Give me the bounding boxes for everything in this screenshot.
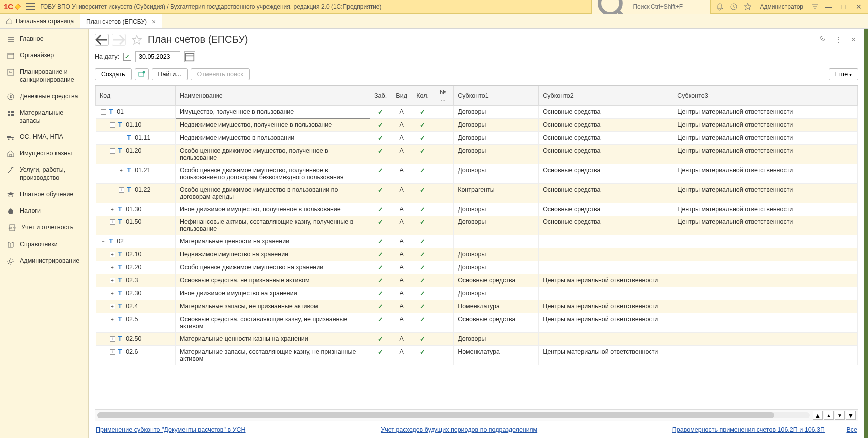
sidebar-item-0[interactable]: Главное xyxy=(0,31,88,47)
sidebar-item-11[interactable]: Справочники xyxy=(0,236,88,253)
link-icon[interactable] xyxy=(816,33,828,46)
bottom-link-left[interactable]: Применение субконто "Документы расчетов"… xyxy=(96,426,246,433)
account-vid: А xyxy=(391,333,412,346)
minimize-button[interactable]: — xyxy=(823,1,834,12)
more-dots-icon[interactable]: ⋮ xyxy=(833,34,844,45)
sidebar-item-7[interactable]: Услуги, работы, производство xyxy=(0,162,88,186)
tree-toggle-icon[interactable] xyxy=(110,291,115,296)
table-row[interactable]: Т02Материальные ценности на хранении✓А✓ xyxy=(96,235,858,248)
sidebar-item-2[interactable]: Планирование и санкционирование xyxy=(0,64,88,88)
plan-icon xyxy=(7,68,15,76)
find-button[interactable]: Найти... xyxy=(152,68,188,80)
current-user[interactable]: Администратор xyxy=(760,3,803,10)
col-vid[interactable]: Вид xyxy=(391,86,412,106)
tab-plan-schetov[interactable]: План счетов (ЕПСБУ) × xyxy=(80,14,162,28)
col-name[interactable]: Наименование xyxy=(176,86,370,106)
sidebar-item-4[interactable]: Материальные запасы xyxy=(0,105,88,129)
bell-icon[interactable] xyxy=(716,3,724,11)
col-zab[interactable]: Заб. xyxy=(370,86,391,106)
table-row[interactable]: Т02.3Основные средства, не признанные ак… xyxy=(96,274,858,287)
sidebar-item-10[interactable]: Дт КтУчет и отчетность xyxy=(3,220,85,235)
maximize-button[interactable]: □ xyxy=(838,1,849,12)
table-row[interactable]: Т02.10Недвижимое имущество на хранении✓А… xyxy=(96,248,858,261)
table-nav-bottom[interactable]: ▼̲ xyxy=(846,411,856,420)
horizontal-scrollbar[interactable] xyxy=(97,412,810,418)
sidebar-item-3[interactable]: ₽Денежные средства xyxy=(0,88,88,105)
table-row[interactable]: Т01Имущество, полученное в пользование✓А… xyxy=(96,106,858,119)
more-button[interactable]: Еще xyxy=(829,68,858,80)
create-group-button[interactable] xyxy=(135,68,149,80)
table-row[interactable]: Т02.20Особо ценное движимое имущество на… xyxy=(96,261,858,274)
settings-lines-icon[interactable] xyxy=(811,3,819,11)
cancel-search-button[interactable]: Отменить поиск xyxy=(191,68,250,80)
favorite-star-icon[interactable] xyxy=(132,35,142,45)
tree-toggle-icon[interactable] xyxy=(101,239,106,244)
close-page-icon[interactable]: ✕ xyxy=(849,34,858,45)
tree-toggle-icon[interactable] xyxy=(119,187,124,193)
table-nav-top[interactable]: ▲̄ xyxy=(813,411,823,420)
table-row[interactable]: Т01.50Нефинансовые активы, составляющие … xyxy=(96,216,858,235)
subconto1: Договоры xyxy=(454,203,539,216)
table-row[interactable]: Т02.5Основные средства, составляющие каз… xyxy=(96,313,858,333)
table-row[interactable]: Т01.10Недвижимое имущество, полученное в… xyxy=(96,119,858,132)
col-num[interactable]: № ... xyxy=(433,86,454,106)
tab-home[interactable]: Начальная страница xyxy=(0,14,80,28)
tree-toggle-icon[interactable] xyxy=(110,349,115,355)
table-row[interactable]: Т01.22Особо ценное движимое имущество в … xyxy=(96,184,858,203)
close-button[interactable]: ✕ xyxy=(853,1,864,12)
bottom-link-center[interactable]: Учет расходов будущих периодов по подраз… xyxy=(381,426,537,433)
date-calendar-button[interactable] xyxy=(184,51,195,62)
nav-forward-button[interactable] xyxy=(112,34,126,46)
tree-toggle-icon[interactable] xyxy=(110,207,115,212)
star-favorites-icon[interactable] xyxy=(744,3,752,11)
col-sub2[interactable]: Субконто2 xyxy=(539,86,673,106)
col-sub1[interactable]: Субконто1 xyxy=(454,86,539,106)
history-icon[interactable] xyxy=(730,3,738,11)
sidebar-item-12[interactable]: Администрирование xyxy=(0,253,88,269)
table-nav-down[interactable]: ▼ xyxy=(835,411,845,420)
table-row[interactable]: Т02.6Материальные запасы, составляющие к… xyxy=(96,346,858,365)
col-sub3[interactable]: Субконто3 xyxy=(673,86,858,106)
account-name: Иное движимое имущество, полученное в по… xyxy=(176,203,370,216)
table-row[interactable]: Т02.30Иное движимое имущество на хранени… xyxy=(96,287,858,300)
sidebar-item-8[interactable]: Платное обучение xyxy=(0,186,88,203)
table-row[interactable]: Т01.30Иное движимое имущество, полученно… xyxy=(96,203,858,216)
table-row[interactable]: Т02.4Материальные запасы, не признанные … xyxy=(96,300,858,313)
table-row[interactable]: +Т01.11Недвижимое имущество в пользовани… xyxy=(96,132,858,145)
tree-toggle-icon[interactable] xyxy=(110,265,115,270)
subconto2: Основные средства xyxy=(539,164,673,184)
sidebar-item-6[interactable]: Имущество казны xyxy=(0,145,88,162)
sidebar-item-5[interactable]: ОС, НМА, НПА xyxy=(0,129,88,145)
table-row[interactable]: Т01.21Особо ценное движимое имущество, п… xyxy=(96,164,858,184)
check-icon: ✓ xyxy=(416,147,429,155)
col-kol[interactable]: Кол. xyxy=(412,86,433,106)
subconto2: Центры материальной ответственности xyxy=(539,274,673,287)
create-button[interactable]: Создать xyxy=(95,68,132,80)
table-row[interactable]: Т01.20Особо ценное движимое имущество, п… xyxy=(96,145,858,164)
table-row[interactable]: Т02.50Материальные ценности казны на хра… xyxy=(96,333,858,346)
table-nav-up[interactable]: ▲ xyxy=(824,411,834,420)
date-input[interactable] xyxy=(135,51,180,62)
tree-toggle-icon[interactable] xyxy=(101,109,106,115)
tree-toggle-icon[interactable] xyxy=(119,168,124,173)
home-icon xyxy=(6,18,13,25)
sidebar-item-1[interactable]: Органайзер xyxy=(0,47,88,64)
tree-toggle-icon[interactable] xyxy=(110,219,115,225)
tree-toggle-icon[interactable] xyxy=(110,317,115,322)
tree-toggle-icon[interactable] xyxy=(110,304,115,309)
bottom-link-right[interactable]: Правомерность применения счетов 106.2П и… xyxy=(672,426,825,433)
tree-toggle-icon[interactable] xyxy=(110,122,115,128)
search-input[interactable] xyxy=(633,3,707,10)
tree-toggle-icon[interactable] xyxy=(110,336,115,342)
sidebar-item-9[interactable]: Налоги xyxy=(0,203,88,219)
nav-back-button[interactable] xyxy=(95,34,109,46)
tree-toggle-icon[interactable] xyxy=(110,252,115,257)
tree-toggle-icon[interactable] xyxy=(110,148,115,154)
col-code[interactable]: Код xyxy=(96,86,176,106)
account-vid: А xyxy=(391,106,412,119)
bottom-link-all[interactable]: Все xyxy=(846,426,857,433)
menu-icon[interactable] xyxy=(26,3,35,10)
tab-close-icon[interactable]: × xyxy=(152,18,156,26)
tree-toggle-icon[interactable] xyxy=(110,278,115,283)
date-checkbox[interactable] xyxy=(123,53,131,61)
